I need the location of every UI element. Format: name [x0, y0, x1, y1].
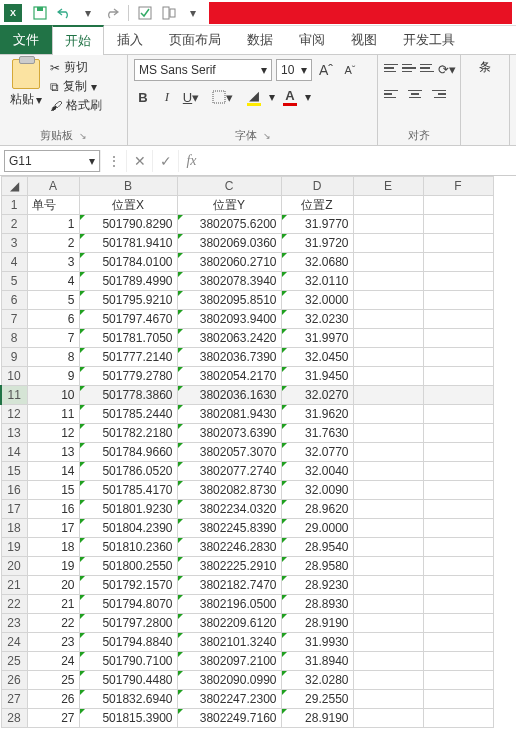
- cell[interactable]: [353, 234, 423, 253]
- cell[interactable]: [423, 652, 493, 671]
- undo-icon[interactable]: [54, 3, 74, 23]
- cell[interactable]: [353, 272, 423, 291]
- cell[interactable]: [353, 557, 423, 576]
- cell[interactable]: [353, 215, 423, 234]
- row-header[interactable]: 18: [1, 519, 27, 538]
- cell[interactable]: [423, 500, 493, 519]
- cell[interactable]: 32.0680: [281, 253, 353, 272]
- cell[interactable]: [353, 519, 423, 538]
- tab-insert[interactable]: 插入: [104, 25, 156, 54]
- cell[interactable]: [353, 405, 423, 424]
- align-left-icon[interactable]: [384, 85, 402, 103]
- redo-icon[interactable]: [102, 3, 122, 23]
- align-center-icon[interactable]: [406, 85, 424, 103]
- cell[interactable]: 3802249.7160: [177, 709, 281, 728]
- row-header[interactable]: 22: [1, 595, 27, 614]
- row-header[interactable]: 24: [1, 633, 27, 652]
- save-icon[interactable]: [30, 3, 50, 23]
- font-name-select[interactable]: MS Sans Serif▾: [134, 59, 272, 81]
- cell[interactable]: 22: [27, 614, 79, 633]
- cell[interactable]: 31.9620: [281, 405, 353, 424]
- cell[interactable]: [423, 690, 493, 709]
- orientation-icon[interactable]: ⟳▾: [438, 59, 456, 79]
- align-bottom-icon[interactable]: [420, 59, 434, 77]
- cell[interactable]: 501782.2180: [79, 424, 177, 443]
- row-header[interactable]: 12: [1, 405, 27, 424]
- font-size-select[interactable]: 10▾: [276, 59, 312, 81]
- undo-dropdown-icon[interactable]: ▾: [78, 3, 98, 23]
- cell[interactable]: 3802093.9400: [177, 310, 281, 329]
- cell[interactable]: [353, 462, 423, 481]
- cell[interactable]: 501800.2550: [79, 557, 177, 576]
- cell[interactable]: 28.9540: [281, 538, 353, 557]
- row-header[interactable]: 17: [1, 500, 27, 519]
- cell[interactable]: [353, 671, 423, 690]
- cell[interactable]: 501779.2780: [79, 367, 177, 386]
- cell[interactable]: [353, 424, 423, 443]
- cell[interactable]: 2: [27, 234, 79, 253]
- cell[interactable]: 501790.7100: [79, 652, 177, 671]
- row-header[interactable]: 2: [1, 215, 27, 234]
- cell[interactable]: 3802081.9430: [177, 405, 281, 424]
- qat-touch-icon[interactable]: [159, 3, 179, 23]
- cell[interactable]: 20: [27, 576, 79, 595]
- cell[interactable]: [353, 253, 423, 272]
- cell[interactable]: 3802225.2910: [177, 557, 281, 576]
- cell[interactable]: 31.7630: [281, 424, 353, 443]
- cell[interactable]: [423, 348, 493, 367]
- cell[interactable]: 25: [27, 671, 79, 690]
- cell[interactable]: 23: [27, 633, 79, 652]
- column-header[interactable]: B: [79, 177, 177, 196]
- cell[interactable]: [423, 519, 493, 538]
- tab-view[interactable]: 视图: [338, 25, 390, 54]
- cell[interactable]: 17: [27, 519, 79, 538]
- bold-button[interactable]: B: [134, 87, 152, 107]
- cell[interactable]: 3802234.0320: [177, 500, 281, 519]
- cell[interactable]: [353, 443, 423, 462]
- cell[interactable]: 32.0090: [281, 481, 353, 500]
- cell[interactable]: 28.9190: [281, 614, 353, 633]
- cell[interactable]: 19: [27, 557, 79, 576]
- cell[interactable]: 3802075.6200: [177, 215, 281, 234]
- row-header[interactable]: 4: [1, 253, 27, 272]
- cell[interactable]: 4: [27, 272, 79, 291]
- qat-checkbox-icon[interactable]: [135, 3, 155, 23]
- italic-button[interactable]: I: [158, 87, 176, 107]
- cell[interactable]: 7: [27, 329, 79, 348]
- cell[interactable]: [423, 329, 493, 348]
- cell[interactable]: [423, 196, 493, 215]
- row-header[interactable]: 1: [1, 196, 27, 215]
- cell[interactable]: 24: [27, 652, 79, 671]
- cell[interactable]: [423, 671, 493, 690]
- cell[interactable]: 3802054.2170: [177, 367, 281, 386]
- cell[interactable]: 14: [27, 462, 79, 481]
- cancel-icon[interactable]: ✕: [126, 150, 152, 172]
- cell[interactable]: [423, 253, 493, 272]
- dialog-launcher-icon[interactable]: ↘: [263, 131, 271, 141]
- cell[interactable]: [353, 196, 423, 215]
- align-right-icon[interactable]: [428, 85, 446, 103]
- cell[interactable]: 3802209.6120: [177, 614, 281, 633]
- cell[interactable]: 9: [27, 367, 79, 386]
- underline-button[interactable]: U▾: [182, 87, 200, 107]
- cell[interactable]: 3802077.2740: [177, 462, 281, 481]
- cell[interactable]: 501781.9410: [79, 234, 177, 253]
- cell[interactable]: 28.9230: [281, 576, 353, 595]
- cell[interactable]: [423, 310, 493, 329]
- cell[interactable]: 位置X: [79, 196, 177, 215]
- cell[interactable]: 31.9930: [281, 633, 353, 652]
- cell[interactable]: 501801.9230: [79, 500, 177, 519]
- cell[interactable]: 3: [27, 253, 79, 272]
- cell[interactable]: [423, 272, 493, 291]
- cell[interactable]: 13: [27, 443, 79, 462]
- cell[interactable]: 501784.9660: [79, 443, 177, 462]
- cut-button[interactable]: ✂剪切: [50, 59, 102, 76]
- cell[interactable]: 32.0000: [281, 291, 353, 310]
- cell[interactable]: [353, 291, 423, 310]
- row-header[interactable]: 10: [1, 367, 27, 386]
- enter-icon[interactable]: ✓: [152, 150, 178, 172]
- cell[interactable]: 3802073.6390: [177, 424, 281, 443]
- cell[interactable]: 3802036.1630: [177, 386, 281, 405]
- cell[interactable]: 3802063.2420: [177, 329, 281, 348]
- row-header[interactable]: 13: [1, 424, 27, 443]
